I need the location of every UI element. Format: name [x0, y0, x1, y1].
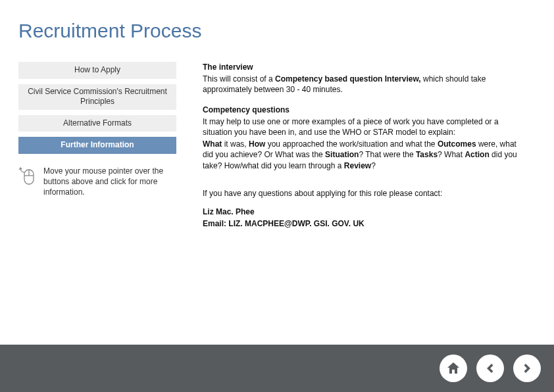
- bold-what: What: [203, 139, 222, 149]
- competency-intro: It may help to use one or more examples …: [203, 116, 529, 137]
- hint-row: Move your mouse pointer over the buttons…: [18, 166, 176, 198]
- footer-bar: [0, 345, 554, 392]
- interview-heading: The interview: [203, 62, 529, 72]
- bold-review: Review: [344, 161, 371, 170]
- nav-civil-service-principles[interactable]: Civil Service Commission's Recruitment P…: [18, 84, 176, 110]
- bold-email-value: LIZ. MACPHEE@DWP. GSI. GOV. UK: [228, 219, 364, 228]
- bold-situation: Situation: [325, 150, 359, 159]
- bold-action: Action: [465, 150, 489, 159]
- nav-alternative-formats[interactable]: Alternative Formats: [18, 115, 176, 132]
- competency-model-line: What it was, How you approached the work…: [203, 139, 529, 171]
- content-area: How to Apply Civil Service Commission's …: [0, 42, 554, 230]
- bold-contact-name: Liz Mac. Phee: [203, 207, 255, 216]
- text: ? What: [438, 150, 465, 159]
- bold-how: How: [249, 139, 265, 149]
- contact-email-line: Email: LIZ. MACPHEE@DWP. GSI. GOV. UK: [203, 218, 529, 229]
- bold-tasks: Tasks: [416, 150, 438, 159]
- bold-competency-interview: Competency based question Interview,: [275, 74, 421, 84]
- contact-intro: If you have any questions about applying…: [203, 188, 529, 199]
- page-title: Recruitment Process: [0, 0, 554, 42]
- arrow-left-icon: [482, 360, 498, 376]
- text: This will consist of a: [203, 74, 275, 84]
- text: ?: [371, 161, 376, 170]
- left-column: How to Apply Civil Service Commission's …: [18, 62, 176, 230]
- nav-how-to-apply[interactable]: How to Apply: [18, 62, 176, 79]
- bold-outcomes: Outcomes: [438, 139, 476, 149]
- hint-text: Move your mouse pointer over the buttons…: [43, 166, 176, 198]
- contact-name: Liz Mac. Phee: [203, 207, 529, 217]
- nav-further-information[interactable]: Further Information: [18, 137, 176, 154]
- competency-heading: Competency questions: [203, 105, 529, 115]
- text: you approached the work/situation and wh…: [265, 139, 438, 149]
- home-button[interactable]: [440, 355, 467, 382]
- prev-button[interactable]: [476, 355, 504, 382]
- text: ? That were the: [359, 150, 416, 159]
- arrow-right-icon: [519, 360, 535, 376]
- bold-email-label: Email:: [203, 219, 228, 228]
- home-icon: [445, 360, 461, 376]
- next-button[interactable]: [513, 355, 541, 382]
- mouse-pointer-icon: [18, 166, 37, 198]
- right-column: The interview This will consist of a Com…: [203, 62, 536, 230]
- interview-body: This will consist of a Competency based …: [203, 74, 529, 95]
- text: it was,: [222, 139, 249, 149]
